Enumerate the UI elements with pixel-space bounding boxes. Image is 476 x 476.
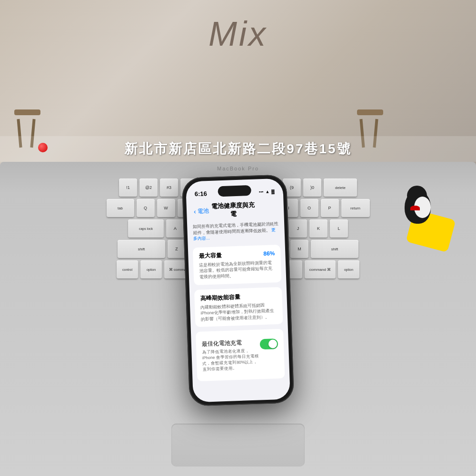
key-shift-l[interactable]: shift bbox=[118, 240, 165, 258]
optimized-charging-toggle[interactable] bbox=[260, 338, 278, 349]
key-m[interactable]: M bbox=[290, 240, 308, 258]
toggle-knob bbox=[268, 340, 278, 349]
max-capacity-label: 最大容量 bbox=[198, 251, 222, 260]
max-capacity-value: 86% bbox=[263, 250, 275, 258]
key-a[interactable]: A bbox=[166, 219, 184, 238]
dynamic-island bbox=[218, 185, 251, 197]
wifi-icon: ▲ bbox=[265, 189, 269, 194]
optimized-charging-label: 最佳化電池充電 bbox=[202, 338, 260, 348]
status-time: 6:16 bbox=[195, 190, 208, 198]
max-capacity-description: 這是相較於電池為全新狀態時測量的電池容量。較低的容量可能會縮短每次充電後的使用時… bbox=[199, 259, 276, 280]
optimized-charging-description: 為了降低電池老化速度，iPhone 會學習你的每日充電模式，會暫緩充電到80%以… bbox=[202, 348, 261, 373]
key-o[interactable]: O bbox=[300, 199, 318, 217]
key-3[interactable]: #3 bbox=[160, 178, 178, 197]
key-caps[interactable]: caps lock bbox=[128, 219, 164, 238]
penguin-bow bbox=[410, 206, 420, 210]
key-z[interactable]: Z bbox=[168, 240, 186, 258]
store-background: Mix 新北市新店區北新路二段97巷15號 bbox=[0, 0, 476, 181]
key-w[interactable]: W bbox=[157, 199, 175, 217]
iphone-device: 6:16 ••• ▲ ▓ ‹ 電池 電池健康度與充電 如同所有的充電式電池，手機… bbox=[182, 174, 295, 406]
key-k[interactable]: K bbox=[309, 219, 327, 238]
key-q[interactable]: Q bbox=[137, 199, 155, 217]
penguin-toy bbox=[400, 186, 438, 233]
key-0[interactable]: )0 bbox=[303, 178, 321, 197]
page-title: 電池健康度與充電 bbox=[208, 200, 258, 219]
key-option-l[interactable]: option bbox=[140, 260, 162, 278]
key-tab[interactable]: tab bbox=[107, 199, 134, 217]
back-button[interactable]: ‹ 電池 bbox=[194, 207, 209, 216]
peak-performance-card: 高峰期效能容量 內建動能軟體和硬體系統可抵銷因iPhone化學年齡增加，對執行效… bbox=[194, 287, 283, 327]
content-area: 如同所有的充電式電池，手機電池屬於消耗性組件，會隨著使用時間而逐漸降低效能。 更… bbox=[187, 221, 290, 400]
address-text: 新北市新店區北新路二段97巷15號 bbox=[10, 140, 466, 158]
key-l[interactable]: L bbox=[330, 219, 348, 238]
peak-performance-description: 內建動能軟體和硬體系統可抵銷因iPhone化學年齡增加，對執行效能產生的影響（可… bbox=[200, 302, 277, 322]
back-label: 電池 bbox=[198, 207, 209, 216]
key-cmd-r[interactable]: command ⌘ bbox=[305, 260, 336, 278]
key-j[interactable]: J bbox=[289, 219, 307, 238]
navigation-bar: ‹ 電池 電池健康度與充電 bbox=[187, 200, 284, 224]
optimized-charging-card: 最佳化電池充電 為了降低電池老化速度，iPhone 會學習你的每日充電模式，會暫… bbox=[196, 329, 285, 381]
key-1[interactable]: !1 bbox=[119, 178, 137, 197]
iphone-screen: 6:16 ••• ▲ ▓ ‹ 電池 電池健康度與充電 如同所有的充電式電池，手機… bbox=[186, 178, 290, 403]
key-shift-r[interactable]: shift bbox=[311, 240, 358, 258]
peak-performance-label: 高峰期效能容量 bbox=[200, 293, 240, 302]
peak-performance-header: 高峰期效能容量 bbox=[200, 292, 276, 303]
back-chevron-icon: ‹ bbox=[194, 208, 196, 215]
max-capacity-card: 最大容量 86% 這是相較於電池為全新狀態時測量的電池容量。較低的容量可能會縮短… bbox=[193, 245, 282, 285]
key-2[interactable]: @2 bbox=[139, 178, 158, 197]
optimized-charging-info: 最佳化電池充電 為了降低電池老化速度，iPhone 會學習你的每日充電模式，會暫… bbox=[202, 338, 261, 373]
address-banner: 新北市新店區北新路二段97巷15號 bbox=[0, 136, 476, 162]
key-return[interactable]: return bbox=[341, 199, 370, 217]
store-name: Mix bbox=[208, 14, 268, 53]
trackpad[interactable] bbox=[171, 424, 305, 466]
key-p[interactable]: P bbox=[321, 199, 339, 217]
battery-icon: ▓ bbox=[271, 189, 275, 194]
key-option-r[interactable]: option bbox=[338, 260, 359, 278]
max-capacity-header: 最大容量 86% bbox=[198, 249, 275, 260]
red-ball-decoration bbox=[38, 143, 48, 152]
key-ctrl[interactable]: control bbox=[117, 260, 138, 278]
macbook-label: MacBook Pro bbox=[217, 166, 259, 171]
signal-icon: ••• bbox=[259, 189, 264, 194]
key-delete[interactable]: delete bbox=[324, 178, 357, 197]
status-icons: ••• ▲ ▓ bbox=[259, 189, 275, 194]
intro-description: 如同所有的充電式電池，手機電池屬於消耗性組件，會隨著使用時間而逐漸降低效能。 更… bbox=[192, 221, 280, 242]
optimized-charging-row: 最佳化電池充電 為了降低電池老化速度，iPhone 會學習你的每日充電模式，會暫… bbox=[201, 334, 279, 376]
